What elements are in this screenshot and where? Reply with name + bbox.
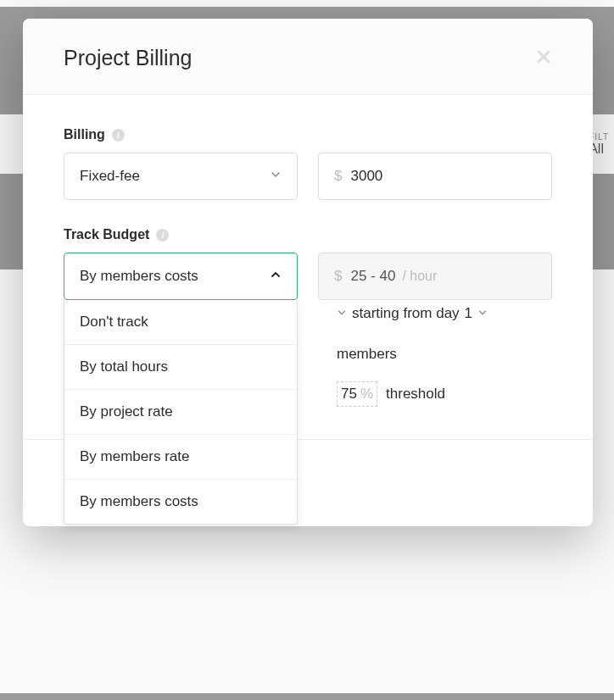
dropdown-option-total-hours[interactable]: By total hours	[64, 345, 297, 390]
recurrence-row[interactable]: starting from day 1	[337, 305, 488, 322]
rate-range-value: 25 - 40	[350, 268, 395, 285]
percent-symbol: %	[360, 386, 373, 403]
recurrence-suffix: starting from day	[352, 305, 460, 322]
currency-symbol: $	[334, 168, 342, 185]
threshold-input[interactable]: 75 %	[337, 381, 377, 407]
billing-amount-value: 3000	[350, 168, 382, 185]
chevron-down-icon	[337, 305, 347, 322]
info-icon[interactable]: i	[156, 229, 169, 242]
rate-unit: / hour	[402, 269, 437, 284]
chevron-up-icon	[270, 268, 282, 285]
recurrence-day[interactable]: 1	[465, 305, 472, 322]
modal-title: Project Billing	[64, 46, 192, 70]
dropdown-option-members-costs[interactable]: By members costs	[64, 480, 297, 524]
currency-symbol: $	[334, 268, 342, 285]
billing-amount-input[interactable]: $ 3000	[318, 153, 552, 200]
dropdown-option-project-rate[interactable]: By project rate	[64, 390, 297, 435]
info-icon[interactable]: i	[112, 129, 125, 142]
modal-body: Billing i Fixed-fee $ 3000 Track Budget …	[23, 95, 593, 439]
threshold-row: 75 % threshold	[337, 381, 445, 407]
billing-type-select[interactable]: Fixed-fee	[64, 153, 298, 200]
chevron-down-icon	[270, 168, 282, 185]
dropdown-option-members-rate[interactable]: By members rate	[64, 435, 297, 480]
billing-type-value: Fixed-fee	[80, 168, 140, 185]
threshold-value: 75	[341, 386, 357, 403]
billing-label-text: Billing	[64, 127, 105, 142]
members-text: members	[337, 346, 397, 363]
track-budget-label-text: Track Budget	[64, 227, 149, 242]
threshold-label: threshold	[386, 386, 445, 403]
billing-label: Billing i	[64, 127, 552, 142]
dropdown-option-dont-track[interactable]: Don't track	[64, 300, 297, 345]
track-budget-select[interactable]: By members costs	[64, 253, 298, 300]
track-budget-value: By members costs	[80, 268, 198, 285]
close-icon[interactable]	[535, 48, 552, 69]
rate-input: $ 25 - 40 / hour	[318, 253, 552, 300]
track-budget-label: Track Budget i	[64, 227, 552, 242]
modal-header: Project Billing	[23, 19, 593, 95]
track-budget-dropdown: Don't track By total hours By project ra…	[64, 300, 298, 525]
project-billing-modal: Project Billing Billing i Fixed-fee $ 30…	[23, 19, 593, 526]
chevron-down-icon	[477, 305, 488, 322]
